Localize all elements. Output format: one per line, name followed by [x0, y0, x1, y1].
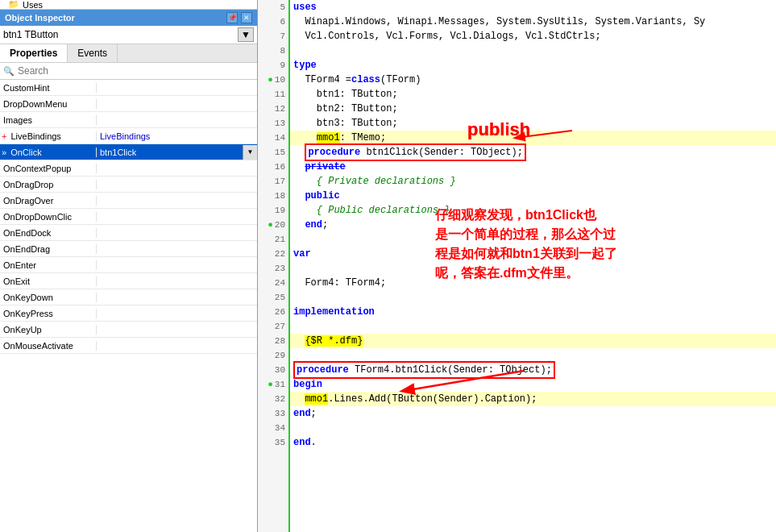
ln-22: 22 [258, 247, 288, 261]
ln-10: ●10 [258, 73, 288, 87]
code-line-15: procedure btn1Click(Sender: TObject); [290, 145, 776, 160]
code-line-10: TForm4 = class(TForm) [290, 73, 776, 87]
code-line-26: implementation [290, 305, 776, 319]
code-line-32: mmo1.Lines.Add(TButton(Sender).Caption); [290, 392, 776, 406]
prop-name-onkeyup: OnKeyUp [0, 325, 97, 335]
ln-26: 26 [258, 305, 288, 319]
tab-properties[interactable]: Properties [0, 44, 68, 62]
prop-name-onenddock: OnEndDock [0, 228, 97, 238]
prop-name-ondropdownclick: OnDropDownClic [0, 212, 97, 222]
code-line-11: btn1: TButton; [290, 87, 776, 102]
close-button[interactable]: ✕ [241, 12, 252, 23]
pin-button[interactable]: 📌 [226, 12, 238, 23]
prop-name-customhint: CustomHint [0, 83, 97, 93]
prop-row-ondropdownclick[interactable]: OnDropDownClic [0, 209, 257, 225]
code-line-33: end; [290, 406, 776, 421]
component-dropdown-button[interactable]: ▼ [238, 27, 254, 42]
ln-16: 16 [258, 160, 288, 174]
prop-row-onmouseactivate[interactable]: OnMouseActivate [0, 338, 257, 354]
prop-row-ondragdrop[interactable]: OnDragDrop [0, 177, 257, 193]
prop-name-livebindings: + LiveBindings [0, 131, 97, 141]
line-numbers: 5 6 7 8 9 ●10 11 12 13 14 15 16 17 18 19… [258, 0, 290, 532]
prop-row-ondragover[interactable]: OnDragOver [0, 193, 257, 209]
prop-name-onclick: » OnClick [0, 148, 97, 157]
prop-row-onenter[interactable]: OnEnter [0, 257, 257, 273]
object-inspector-header: Object Inspector 📌 ✕ [0, 10, 257, 26]
folder-icon: 📁 [8, 0, 19, 10]
ln-28: 28 [258, 334, 288, 348]
code-line-20: end; [290, 218, 776, 232]
prop-row-oncontextpopup[interactable]: OnContextPopup [0, 160, 257, 177]
ln-18: 18 [258, 189, 288, 203]
code-line-30: procedure TForm4.btn1Click(Sender: TObje… [290, 363, 776, 377]
code-lines-content: uses Winapi.Windows, Winapi.Messages, Sy… [290, 0, 776, 532]
properties-list: CustomHint DropDownMenu Images + LiveBin… [0, 80, 257, 532]
tree-uses-row: 📁 Uses [0, 0, 257, 10]
prop-row-onexit[interactable]: OnExit [0, 273, 257, 289]
prop-name-ondragdrop: OnDragDrop [0, 180, 97, 189]
ln-13: 13 [258, 116, 288, 131]
onclick-value-area: btn1Click ▼ [97, 145, 257, 160]
ln-12: 12 [258, 102, 288, 116]
code-line-9: type [290, 58, 776, 73]
search-input[interactable] [18, 65, 254, 77]
prop-row-onclick[interactable]: » OnClick btn1Click ▼ [0, 144, 257, 160]
onclick-prefix: » [2, 148, 6, 157]
ln-20: ●20 [258, 218, 288, 232]
ln-9: 9 [258, 58, 288, 73]
ln-27: 27 [258, 319, 288, 334]
code-line-13: btn3: TButton; [290, 116, 776, 131]
prop-row-customhint[interactable]: CustomHint [0, 80, 257, 96]
ln-29: 29 [258, 348, 288, 363]
prop-row-onenddrag[interactable]: OnEndDrag [0, 241, 257, 257]
code-line-27 [290, 319, 776, 334]
component-name-label: btn1 TButton [3, 29, 59, 40]
code-line-23 [290, 261, 776, 276]
ln-31: ●31 [258, 377, 288, 392]
prop-name-onkeypress: OnKeyPress [0, 309, 97, 318]
header-controls: 📌 ✕ [226, 12, 252, 23]
ln-6: 6 [258, 15, 288, 29]
ln-23: 23 [258, 261, 288, 276]
prop-name-onenter: OnEnter [0, 260, 97, 270]
code-line-21 [290, 232, 776, 247]
code-line-25 [290, 290, 776, 305]
main-container: 📁 Uses Object Inspector 📌 ✕ btn1 TButton… [0, 0, 776, 532]
ln-17: 17 [258, 174, 288, 189]
prop-row-dropdownmenu[interactable]: DropDownMenu [0, 96, 257, 112]
prop-name-dropdownmenu: DropDownMenu [0, 99, 97, 109]
inspector-tabs: Properties Events [0, 44, 257, 63]
code-area: 5 6 7 8 9 ●10 11 12 13 14 15 16 17 18 19… [258, 0, 776, 532]
object-inspector-panel: 📁 Uses Object Inspector 📌 ✕ btn1 TButton… [0, 0, 258, 532]
ln-25: 25 [258, 290, 288, 305]
ln-19: 19 [258, 203, 288, 218]
tab-events[interactable]: Events [68, 44, 118, 62]
code-line-31: begin [290, 377, 776, 392]
prop-value-livebindings: LiveBindings [97, 131, 257, 141]
search-bar: 🔍 [0, 63, 257, 80]
code-line-28: {$R *.dfm} [290, 334, 776, 348]
prop-name-onmouseactivate: OnMouseActivate [0, 341, 97, 351]
code-line-18: public [290, 189, 776, 203]
prop-row-onenddock[interactable]: OnEndDock [0, 225, 257, 241]
object-inspector-title: Object Inspector [5, 13, 75, 23]
code-line-19: { Public declarations } [290, 203, 776, 218]
live-bindings-prefix: + [2, 131, 6, 141]
code-line-24: Form4: TForm4; [290, 276, 776, 290]
prop-row-onkeyup[interactable]: OnKeyUp [0, 322, 257, 338]
code-line-34 [290, 421, 776, 435]
ln-8: 8 [258, 44, 288, 58]
onclick-value: btn1Click [97, 148, 243, 157]
ln-14: 14 [258, 131, 288, 145]
prop-row-images[interactable]: Images [0, 112, 257, 128]
onclick-dropdown-button[interactable]: ▼ [243, 145, 257, 160]
code-line-17: { Private declarations } [290, 174, 776, 189]
prop-row-onkeypress[interactable]: OnKeyPress [0, 305, 257, 322]
code-line-8 [290, 44, 776, 58]
ln-5: 5 [258, 0, 288, 15]
code-line-22: var [290, 247, 776, 261]
prop-row-onkeydown[interactable]: OnKeyDown [0, 289, 257, 305]
prop-row-livebindings[interactable]: + LiveBindings LiveBindings [0, 128, 257, 144]
prop-name-images: Images [0, 115, 97, 125]
prop-name-onenddrag: OnEndDrag [0, 244, 97, 254]
